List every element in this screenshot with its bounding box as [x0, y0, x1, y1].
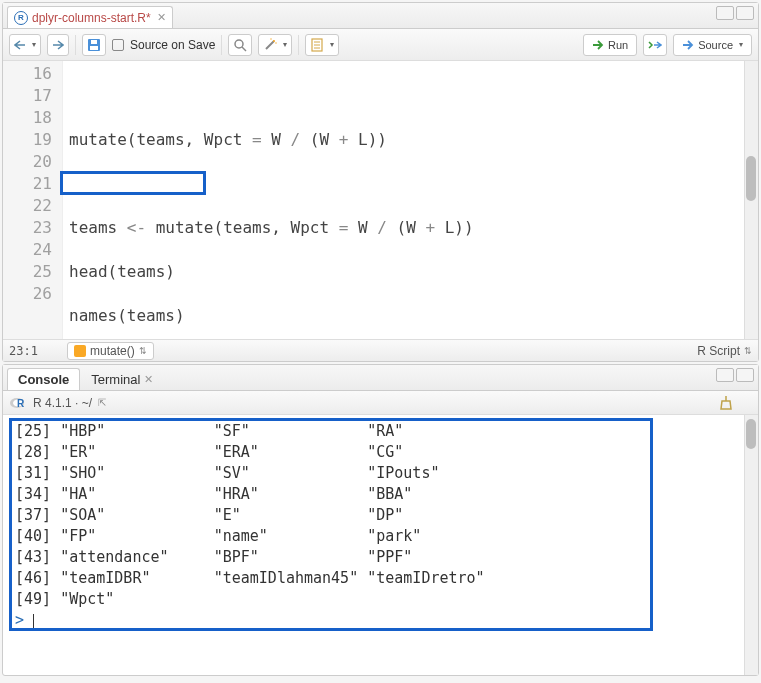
r-logo-icon: R — [9, 396, 27, 410]
line-number: 26 — [3, 283, 52, 305]
maximize-pane-icon[interactable] — [736, 6, 754, 20]
code-line: mutate(teams, Wpct = W / (W + L)) — [69, 129, 752, 151]
cursor-position: 23:1 — [9, 344, 59, 358]
r-file-icon: R — [14, 11, 28, 25]
pane-controls — [716, 368, 754, 382]
svg-rect-2 — [91, 40, 97, 44]
line-number: 22 — [3, 195, 52, 217]
line-number: 25 — [3, 261, 52, 283]
wand-button[interactable]: ▾ — [258, 34, 292, 56]
svg-line-5 — [266, 41, 274, 49]
console-tab-bar: Console Terminal ✕ — [3, 365, 758, 391]
console-sub-toolbar: R R 4.1.1 · ~/ ⇱ — [3, 391, 758, 415]
editor-toolbar: ▾ Source on Save ▾ ▾ Run — [3, 29, 758, 61]
line-number: 17 — [3, 85, 52, 107]
code-line: head(teams) — [69, 261, 752, 283]
text-cursor — [33, 614, 34, 628]
chevron-down-icon: ▾ — [32, 40, 36, 49]
rerun-button[interactable] — [643, 34, 667, 56]
function-breadcrumb[interactable]: mutate() ⇅ — [67, 342, 154, 360]
editor-pane: R dplyr-columns-start.R* ✕ ▾ Source on S… — [2, 2, 759, 362]
line-number: 18 — [3, 107, 52, 129]
tab-console[interactable]: Console — [7, 368, 80, 390]
tab-console-label: Console — [18, 372, 69, 387]
console-output: [25] "HBP" "SF" "RA" [28] "ER" "ERA" "CG… — [15, 421, 730, 610]
svg-line-4 — [242, 47, 246, 51]
chevron-down-icon: ▾ — [739, 40, 743, 49]
svg-point-7 — [271, 38, 272, 39]
back-arrow-icon — [14, 40, 26, 50]
clear-console-icon[interactable] — [718, 395, 734, 411]
console-pane: Console Terminal ✕ R R 4.1.1 · ~/ ⇱ [25]… — [2, 364, 759, 676]
magic-wand-icon — [263, 38, 277, 52]
breadcrumb-label: mutate() — [90, 344, 135, 358]
vertical-scrollbar[interactable] — [744, 415, 758, 675]
line-number: 23 — [3, 217, 52, 239]
scroll-thumb[interactable] — [746, 156, 756, 201]
pane-controls — [716, 6, 754, 20]
run-button[interactable]: Run — [583, 34, 637, 56]
function-icon — [74, 345, 86, 357]
updown-icon: ⇅ — [139, 346, 147, 356]
run-arrow-icon — [592, 39, 604, 51]
minimize-pane-icon[interactable] — [716, 368, 734, 382]
console-prompt-line[interactable]: > — [15, 610, 730, 631]
search-icon — [233, 38, 247, 52]
code-line — [69, 85, 752, 107]
floppy-disk-icon — [87, 38, 101, 52]
svg-point-3 — [235, 40, 243, 48]
source-on-save-checkbox[interactable] — [112, 39, 124, 51]
toolbar-right: Run Source ▾ — [583, 34, 752, 56]
source-label: Source — [698, 39, 733, 51]
popout-icon[interactable]: ⇱ — [98, 397, 106, 408]
forward-button[interactable] — [47, 34, 69, 56]
toolbar-separator — [221, 35, 222, 55]
file-tab[interactable]: R dplyr-columns-start.R* ✕ — [7, 6, 173, 28]
line-number: 20 — [3, 151, 52, 173]
back-button[interactable]: ▾ — [9, 34, 41, 56]
updown-icon: ⇅ — [744, 346, 752, 356]
scroll-thumb[interactable] — [746, 419, 756, 449]
toolbar-separator — [298, 35, 299, 55]
status-right: R Script ⇅ — [697, 344, 752, 358]
code-editor[interactable]: 16 17 18 19 20 21 22 23 24 25 26 mutate(… — [3, 61, 758, 339]
close-icon[interactable]: ✕ — [144, 373, 153, 386]
rerun-icon — [648, 39, 662, 51]
maximize-pane-icon[interactable] — [736, 368, 754, 382]
svg-point-8 — [276, 42, 277, 43]
minimize-pane-icon[interactable] — [716, 6, 734, 20]
source-arrow-icon — [682, 39, 694, 51]
code-line: teams <- mutate(teams, Wpct = W / (W + L… — [69, 217, 752, 239]
line-number: 19 — [3, 129, 52, 151]
source-button[interactable]: Source ▾ — [673, 34, 752, 56]
r-version-label: R 4.1.1 · ~/ — [33, 396, 92, 410]
console-output-area[interactable]: [25] "HBP" "SF" "RA" [28] "ER" "ERA" "CG… — [3, 415, 758, 675]
find-button[interactable] — [228, 34, 252, 56]
svg-rect-1 — [90, 46, 98, 50]
code-content[interactable]: mutate(teams, Wpct = W / (W + L)) teams … — [63, 61, 758, 339]
line-number: 16 — [3, 63, 52, 85]
language-label: R Script — [697, 344, 740, 358]
file-tab-label: dplyr-columns-start.R* — [32, 11, 151, 25]
prompt-symbol: > — [15, 611, 24, 629]
close-icon[interactable]: ✕ — [157, 11, 166, 24]
save-button[interactable] — [82, 34, 106, 56]
source-on-save-label: Source on Save — [130, 38, 215, 52]
line-number: 24 — [3, 239, 52, 261]
report-button[interactable]: ▾ — [305, 34, 339, 56]
tab-terminal[interactable]: Terminal ✕ — [80, 368, 164, 390]
editor-status-bar: 23:1 mutate() ⇅ R Script ⇅ — [3, 339, 758, 361]
svg-point-6 — [273, 40, 275, 42]
line-gutter: 16 17 18 19 20 21 22 23 24 25 26 — [3, 61, 63, 339]
svg-text:R: R — [17, 398, 25, 409]
vertical-scrollbar[interactable] — [744, 61, 758, 339]
forward-arrow-icon — [52, 40, 64, 50]
run-label: Run — [608, 39, 628, 51]
notebook-icon — [310, 38, 324, 52]
tab-terminal-label: Terminal — [91, 372, 140, 387]
editor-tab-bar: R dplyr-columns-start.R* ✕ — [3, 3, 758, 29]
toolbar-separator — [75, 35, 76, 55]
chevron-down-icon: ▾ — [283, 40, 287, 49]
code-line — [69, 173, 752, 195]
line-number: 21 — [3, 173, 52, 195]
